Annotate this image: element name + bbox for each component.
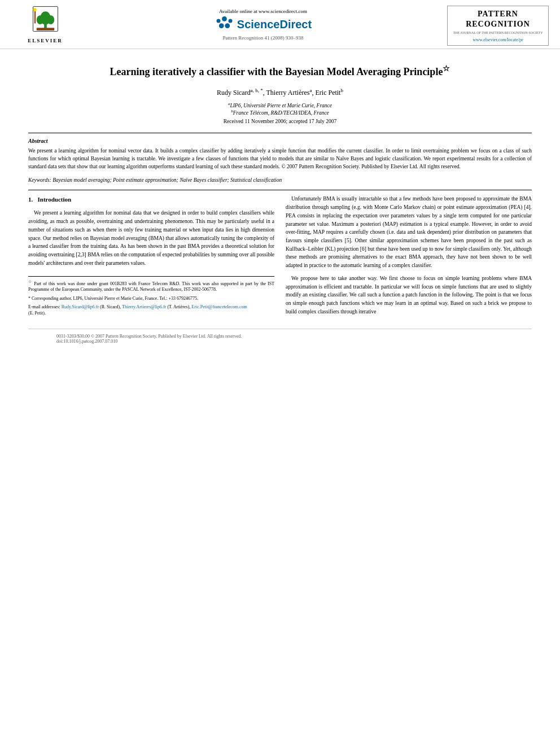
footnote-emails: E-mail addresses: Rudy.Sicard@lip6.fr (R… bbox=[28, 304, 274, 316]
abstract-text: We present a learning algorithm for nomi… bbox=[28, 147, 532, 171]
aff1-text: LIP6, Université Pierre et Marie Curie, … bbox=[230, 103, 332, 109]
sciencedirect-logo: ScienceDirect bbox=[215, 16, 312, 32]
elsevier-logo: ELSEVIER bbox=[28, 6, 63, 43]
footnote-corresponding: * Corresponding author. LIP6, Université… bbox=[28, 295, 274, 302]
svg-point-8 bbox=[216, 19, 220, 23]
affiliation1: aLIP6, Université Pierre et Marie Curie,… bbox=[28, 102, 532, 108]
svg-point-3 bbox=[36, 15, 43, 24]
affiliations: aLIP6, Université Pierre et Marie Curie,… bbox=[28, 102, 532, 115]
svg-rect-7 bbox=[36, 28, 54, 30]
divider-keywords bbox=[28, 190, 532, 190]
elsevier-tree-icon bbox=[30, 6, 61, 37]
bottom-bar: 0031-3203/$30.00 © 2007 Pattern Recognit… bbox=[28, 329, 532, 348]
pr-box: PATTERNRECOGNITION THE JOURNAL OF THE PA… bbox=[450, 9, 545, 42]
section1-number: 1. bbox=[28, 196, 33, 203]
footnotes: ☆ Part of this work was done under grant… bbox=[28, 276, 274, 317]
svg-point-12 bbox=[225, 23, 230, 28]
footnote-star-marker: ☆ bbox=[28, 279, 32, 284]
author3-sup: b bbox=[340, 88, 343, 93]
journal-url-link[interactable]: www.elsevier.com/locate/pr bbox=[473, 37, 523, 42]
pattern-recognition-box: PATTERNRECOGNITION THE JOURNAL OF THE PA… bbox=[447, 6, 549, 46]
author2-name: , Thierry Artières bbox=[263, 89, 310, 97]
svg-rect-5 bbox=[34, 10, 35, 24]
header-center: Available online at www.sciencedirect.co… bbox=[85, 6, 441, 41]
footnote-star: ☆ Part of this work was done under grant… bbox=[28, 279, 274, 293]
section1-heading: Introduction bbox=[38, 196, 72, 203]
divider-top bbox=[28, 133, 532, 133]
elsevier-logo-section: ELSEVIER bbox=[11, 6, 79, 43]
article-title-section: Learning iteratively a classifier with t… bbox=[28, 63, 532, 79]
author1-name: Rudy Sicard bbox=[217, 89, 251, 97]
svg-point-9 bbox=[222, 16, 227, 21]
article-title: Learning iteratively a classifier with t… bbox=[28, 63, 532, 79]
doi-line: doi:10.1016/j.patcog.2007.07.010 bbox=[56, 339, 504, 344]
section1-paragraph1: We present a learning algorithm for nomi… bbox=[28, 209, 274, 267]
pr-url: www.elsevier.com/locate/pr bbox=[450, 37, 545, 42]
svg-point-4 bbox=[47, 15, 54, 24]
main-content: Learning iteratively a classifier with t… bbox=[0, 49, 560, 357]
svg-point-10 bbox=[228, 19, 232, 23]
keywords-text: Bayesian model averaging; Point estimate… bbox=[53, 177, 282, 183]
column-left: 1. Introduction We present a learning al… bbox=[28, 195, 274, 320]
aff2-text: France Télécom, R&D/TECH/IDEA, France bbox=[233, 110, 329, 116]
svg-point-11 bbox=[219, 23, 224, 28]
section1-paragraph2: Unfortunately BMA is usually intractable… bbox=[286, 195, 532, 269]
column-right: Unfortunately BMA is usually intractable… bbox=[286, 195, 532, 320]
footnote-email1-name: (R. Sicard), bbox=[100, 304, 121, 309]
footnote-email2-name: (T. Artières), bbox=[167, 304, 190, 309]
footnote-email1-link[interactable]: Rudy.Sicard@lip6.fr bbox=[62, 304, 99, 309]
abstract-title: Abstract bbox=[28, 138, 532, 144]
sciencedirect-text: ScienceDirect bbox=[237, 18, 312, 31]
authors-line: Rudy Sicarda, b, *, Thierry Artièresa, E… bbox=[28, 88, 532, 97]
abstract-section: Abstract We present a learning algorithm… bbox=[28, 138, 532, 171]
footnote-email3-name: (E. Petit). bbox=[28, 311, 46, 316]
author3-name: , Eric Petit bbox=[312, 89, 340, 97]
received-date: Received 11 November 2006; accepted 17 J… bbox=[28, 119, 532, 124]
sciencedirect-icon bbox=[215, 16, 234, 32]
pr-title: PATTERNRECOGNITION bbox=[450, 9, 545, 29]
footnote-email3-link[interactable]: Eric.Petit@francetelecom.com bbox=[191, 304, 247, 309]
footnote-email-label: E-mail addresses: bbox=[28, 304, 60, 309]
article-star: ☆ bbox=[443, 64, 450, 73]
section1-title: 1. Introduction bbox=[28, 195, 274, 204]
footnote-star-text: Part of this work was done under grant 0… bbox=[28, 281, 274, 292]
available-online-text: Available online at www.sciencedirect.co… bbox=[219, 8, 307, 14]
pr-subtitle: THE JOURNAL OF THE PATTERN RECOGNITION S… bbox=[450, 31, 545, 36]
two-column-layout: 1. Introduction We present a learning al… bbox=[28, 195, 532, 320]
keywords-label: Keywords: bbox=[28, 177, 51, 183]
issn-line: 0031-3203/$30.00 © 2007 Pattern Recognit… bbox=[56, 334, 504, 339]
svg-point-6 bbox=[33, 8, 36, 11]
section1-paragraph3: We propose here to take another way. We … bbox=[286, 274, 532, 316]
footnote-corresponding-text: * Corresponding author. LIP6, Université… bbox=[28, 296, 198, 301]
footnote-email2-link[interactable]: Thierry.Artieres@lip6.fr bbox=[122, 304, 166, 309]
keywords-section: Keywords: Bayesian model averaging; Poin… bbox=[28, 177, 532, 183]
author1-sup: a, b, * bbox=[251, 88, 263, 93]
elsevier-label: ELSEVIER bbox=[28, 38, 63, 43]
header: ELSEVIER Available online at www.science… bbox=[0, 0, 560, 49]
article-title-text: Learning iteratively a classifier with t… bbox=[110, 66, 443, 77]
journal-citation: Pattern Recognition 41 (2008) 930–938 bbox=[223, 35, 304, 41]
page: ELSEVIER Available online at www.science… bbox=[0, 0, 560, 747]
affiliation2: bFrance Télécom, R&D/TECH/IDEA, France bbox=[28, 109, 532, 116]
